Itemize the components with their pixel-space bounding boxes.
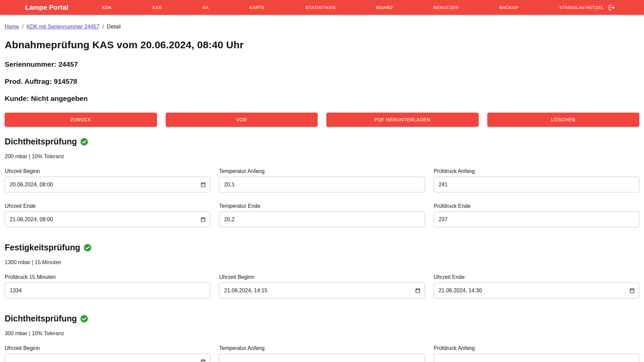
nav-item-benutzer[interactable]: BENUTZER <box>433 5 459 10</box>
uhrzeit-beginn-input[interactable] <box>5 354 210 362</box>
calendar-icon[interactable] <box>629 288 635 293</box>
field-temperatur-anfang: Temperatur Anfang <box>219 345 425 362</box>
action-button-row: ZURÜCK VOR PDF HERUNTERLADEN LÖSCHEN <box>5 113 639 127</box>
section-title-text: Dichtheitsprüfung <box>5 137 77 146</box>
page-content: Home / KDK mit Seriennummer 24457 / Deta… <box>0 15 644 362</box>
temperatur-ende-input[interactable] <box>219 212 425 227</box>
pruefdruck-anfang-input[interactable] <box>434 177 639 192</box>
nav-item-karte[interactable]: KARTE <box>249 5 265 10</box>
nav-item-backup[interactable]: BACKUP <box>499 5 519 10</box>
field-label: Temperatur Ende <box>219 203 425 209</box>
section-title-text: Dichtheitsprüfung <box>5 314 77 323</box>
nav-item-kas[interactable]: KAS <box>152 5 162 10</box>
nav-user-group: STANISLAV.HETZEL <box>559 4 615 11</box>
field-grid: Uhrzeit Beginn Temperatur Anfang Prüfdru… <box>5 345 639 362</box>
section-festigkeitspruefung: Festigkeitsprüfung 1300 mbar | 15 Minute… <box>5 243 639 298</box>
breadcrumb-separator: / <box>102 24 104 30</box>
check-circle-icon <box>80 138 88 146</box>
pruefdruck-anfang-input[interactable] <box>434 354 639 362</box>
section-subtitle: 200 mbar | 10% Toleranz <box>5 154 639 160</box>
section-subtitle: 300 mbar | 10% Toleranz <box>5 330 639 337</box>
section-title: Dichtheitsprüfung <box>5 314 639 323</box>
main-nav: KDK KAS SA KARTE STATISTIKEN BOARD BENUT… <box>82 4 635 11</box>
field-label: Uhrzeit Ende <box>434 274 639 280</box>
field-uhrzeit-ende: Uhrzeit Ende <box>434 274 639 298</box>
nav-user[interactable]: STANISLAV.HETZEL <box>559 5 604 10</box>
app-brand: Lampe Portal <box>25 4 68 11</box>
field-temperatur-anfang: Temperatur Anfang <box>219 168 425 192</box>
breadcrumb: Home / KDK mit Seriennummer 24457 / Deta… <box>5 15 639 30</box>
logout-icon[interactable] <box>608 4 615 11</box>
field-uhrzeit-beginn: Uhrzeit Beginn <box>5 345 210 362</box>
calendar-icon[interactable] <box>200 359 206 362</box>
field-label: Uhrzeit Beginn <box>5 168 210 174</box>
field-uhrzeit-ende: Uhrzeit Ende <box>5 203 210 227</box>
field-label: Temperatur Anfang <box>219 345 425 351</box>
field-label: Uhrzeit Ende <box>5 203 210 209</box>
field-pruefdruck-anfang: Prüfdruck Anfang <box>434 168 639 192</box>
next-button[interactable]: VOR <box>166 113 318 127</box>
section-title: Dichtheitsprüfung <box>5 137 639 146</box>
uhrzeit-beginn-input[interactable] <box>219 283 425 298</box>
uhrzeit-beginn-input[interactable] <box>5 177 210 192</box>
field-label: Prüfdruck 15 Minuten <box>5 274 210 280</box>
nav-item-statistiken[interactable]: STATISTIKEN <box>306 5 336 10</box>
calendar-icon[interactable] <box>200 182 206 187</box>
section-title-text: Festigkeitsprüfung <box>5 243 80 252</box>
field-pruefdruck-anfang: Prüfdruck Anfang <box>434 345 639 362</box>
temperatur-anfang-input[interactable] <box>219 354 425 362</box>
field-label: Uhrzeit Beginn <box>219 274 425 280</box>
check-circle-icon <box>84 244 92 252</box>
field-label: Prüfdruck Anfang <box>434 345 639 351</box>
field-label: Prüfdruck Anfang <box>434 168 639 174</box>
prod-order-line: Prod. Auftrag: 914578 <box>5 77 639 85</box>
field-label: Temperatur Anfang <box>219 168 425 174</box>
section-dichtheitspruefung-200: Dichtheitsprüfung 200 mbar | 10% Toleran… <box>5 137 639 227</box>
customer-line: Kunde: Nicht angegeben <box>5 95 639 103</box>
nav-item-kdk[interactable]: KDK <box>102 5 112 10</box>
field-grid: Uhrzeit Beginn Temperatur Anfang Prüfdru… <box>5 168 639 227</box>
page-title: Abnahmeprüfung KAS vom 20.06.2024, 08:40… <box>5 39 639 51</box>
field-uhrzeit-beginn: Uhrzeit Beginn <box>219 274 425 298</box>
uhrzeit-ende-input[interactable] <box>434 283 639 298</box>
check-circle-icon <box>80 315 88 323</box>
breadcrumb-separator: / <box>22 24 23 30</box>
field-temperatur-ende: Temperatur Ende <box>219 203 425 227</box>
serial-number-line: Seriennummer: 24457 <box>5 60 639 68</box>
field-grid: Prüfdruck 15 Minuten Uhrzeit Beginn Uhrz… <box>5 274 639 298</box>
section-title: Festigkeitsprüfung <box>5 243 639 252</box>
section-subtitle: 1300 mbar | 15 Minuten <box>5 259 639 265</box>
field-pruefdruck-ende: Prüfdruck Ende <box>434 203 639 227</box>
pruefdruck-ende-input[interactable] <box>434 212 639 227</box>
nav-item-sa[interactable]: SA <box>203 5 209 10</box>
delete-button[interactable]: LÖSCHEN <box>487 113 640 127</box>
download-pdf-button[interactable]: PDF HERUNTERLADEN <box>326 113 479 127</box>
field-pruefdruck-15-minuten: Prüfdruck 15 Minuten <box>5 274 210 298</box>
app-bar: Lampe Portal KDK KAS SA KARTE STATISTIKE… <box>0 0 644 15</box>
field-uhrzeit-beginn: Uhrzeit Beginn <box>5 168 210 192</box>
breadcrumb-link-kdk-seriennummer[interactable]: KDK mit Seriennummer 24457 <box>26 24 99 30</box>
breadcrumb-link-home[interactable]: Home <box>5 24 19 30</box>
pruefdruck-15-minuten-input[interactable] <box>5 283 210 298</box>
temperatur-anfang-input[interactable] <box>219 177 425 192</box>
section-dichtheitspruefung-300: Dichtheitsprüfung 300 mbar | 10% Toleran… <box>5 314 639 362</box>
field-label: Prüfdruck Ende <box>434 203 639 209</box>
uhrzeit-ende-input[interactable] <box>5 212 210 227</box>
back-button[interactable]: ZURÜCK <box>5 113 157 127</box>
breadcrumb-current: Detail <box>107 24 121 30</box>
field-label: Uhrzeit Beginn <box>5 345 210 351</box>
calendar-icon[interactable] <box>415 288 421 293</box>
nav-item-board[interactable]: BOARD <box>376 5 393 10</box>
calendar-icon[interactable] <box>200 217 206 222</box>
